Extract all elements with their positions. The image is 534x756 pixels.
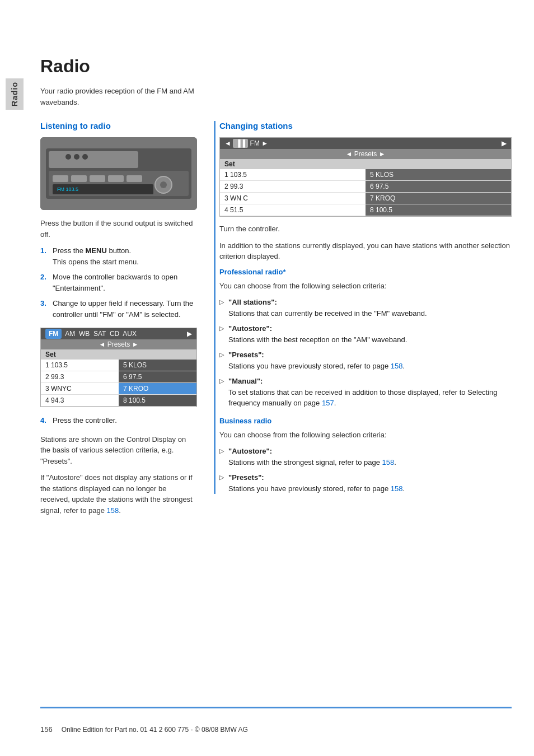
page-title: Radio [40,56,512,77]
page-container: Radio Radio Your radio provides receptio… [0,0,534,756]
radio-presets-1: ◄ Presets ► [41,339,196,349]
step-3-num: 3. [40,298,48,320]
autostore-text: If "Autostore" does not display any stat… [40,472,197,516]
footer-text: Online Edition for Part no. 01 41 2 600 … [62,726,248,734]
tri-icon-bus-1: ▷ [219,446,224,468]
changing-header-text: ◄ ▐▐ FM ► [224,139,268,147]
svg-point-10 [160,181,167,188]
sidebar-label: Radio [10,82,19,106]
pro-label-2: "Autostore": [228,324,272,333]
sidebar: Radio [0,0,29,756]
business-list: ▷ "Autostore": Stations with the stronge… [219,446,512,494]
main-content: Radio Your radio provides reception of t… [29,0,534,756]
bus-content-2: "Presets": Stations you have previously … [228,472,512,494]
press-button-text: Press the button if the sound output is … [40,218,197,240]
autostore-link[interactable]: 158 [107,506,119,515]
svg-rect-7 [108,175,124,182]
bus-item-1: ▷ "Autostore": Stations with the stronge… [219,446,512,468]
right-column: Changing stations ◄ ▐▐ FM ► ▶ ◄ Presets … [214,121,512,521]
svg-point-13 [65,154,71,160]
changing-presets: ◄ Presets ► [220,149,511,159]
pro-content-3: "Presets": Stations you have previously … [228,349,512,371]
pro-label-1: "All stations": [228,298,277,306]
pro-link-3[interactable]: 158 [391,362,403,370]
business-intro: You can choose from the following select… [219,430,512,441]
pro-link-4[interactable]: 157 [322,399,334,407]
ch-row4-col2: 8 100.5 [366,204,511,216]
ch-row3-col1: 3 WN C [220,193,366,204]
ch-row1-col1: 1 103.5 [220,169,366,181]
after-press-text: Stations are shown on the Control Displa… [40,434,197,467]
two-col-layout: Listening to radio [40,121,512,521]
row4-col2: 8 100.5 [119,395,196,407]
intro-text: Your radio provides reception of the FM … [40,86,197,108]
tri-icon-bus-2: ▷ [219,473,224,494]
row4-col1: 4 94.3 [41,395,119,407]
pro-item-3: ▷ "Presets": Stations you have previousl… [219,349,512,371]
ch-row1-col2: 5 KLOS [366,169,511,181]
step-3-content: Change to upper field if necessary. Turn… [53,298,197,320]
pro-item-1: ▷ "All stations": Stations that can curr… [219,297,512,319]
ch-row2-col2: 6 97.5 [366,181,511,193]
bus-link-2[interactable]: 158 [391,484,403,493]
step-2-content: Move the controller backwards to open "E… [53,272,197,293]
right-col-inner: Changing stations ◄ ▐▐ FM ► ▶ ◄ Presets … [214,121,512,494]
changing-rows: 1 103.5 5 KLOS 2 99.3 6 97.5 3 WN C 7 KR… [220,169,511,216]
svg-point-14 [74,154,79,160]
menu-bold: MENU [86,246,107,255]
radio-tabs: FM AM WB SAT CD AUX [45,330,137,338]
listening-heading: Listening to radio [40,121,197,130]
changing-heading: Changing stations [219,121,512,130]
additional-text: In addition to the stations currently di… [219,240,512,262]
row2-col1: 2 99.3 [41,371,119,383]
pro-label-4: "Manual": [228,377,263,385]
steps-list: 1. Press the MENU button. This opens the… [40,245,197,320]
pro-content-1: "All stations": Stations that can curren… [228,297,512,319]
radio-rows-1: 1 103.5 5 KLOS 2 99.3 6 97.5 3 WNYC 7 KR… [41,360,196,407]
car-radio-image: FM 103.5 [40,137,197,210]
svg-rect-6 [90,175,105,182]
ch-row2-col1: 2 99.3 [220,181,366,193]
svg-rect-4 [53,175,68,182]
pro-item-2: ▷ "Autostore": Stations with the best re… [219,323,512,345]
professional-heading: Professional radio* [219,268,512,276]
tri-icon-3: ▷ [219,350,224,371]
row1-col2: 5 KLOS [119,360,196,371]
bus-label-2: "Presets": [228,473,264,482]
svg-text:FM 103.5: FM 103.5 [57,186,78,192]
step-1-content: Press the MENU button. This opens the st… [53,245,197,267]
footer: 156 Online Edition for Part no. 01 41 2 … [40,707,512,734]
radio-header-1: FM AM WB SAT CD AUX ▶ [41,328,196,339]
pro-content-4: "Manual": To set stations that can be re… [228,376,512,409]
page-number: 156 [40,725,53,734]
radio-display-1: FM AM WB SAT CD AUX ▶ ◄ Presets ► Set 1 … [40,328,197,407]
ch-row3-col2: 7 KROQ [366,193,511,204]
svg-rect-2 [49,151,138,168]
pro-content-2: "Autostore": Stations with the best rece… [228,323,512,345]
changing-header: ◄ ▐▐ FM ► ▶ [220,138,511,149]
radio-set-1: Set [41,349,196,360]
pro-item-4: ▷ "Manual": To set stations that can be … [219,376,512,409]
vertical-line [214,121,216,494]
row3-col1: 3 WNYC [41,383,119,395]
radio-icon: ▶ [187,330,192,338]
business-heading: Business radio [219,417,512,425]
changing-header-icon: ▶ [502,139,507,147]
turn-controller-text: Turn the controller. [219,223,512,235]
step-4: 4. Press the controller. [40,415,197,426]
tri-icon-1: ▷ [219,297,224,319]
step-1: 1. Press the MENU button. This opens the… [40,245,197,267]
left-column: Listening to radio [40,121,197,521]
row2-col2: 6 97.5 [119,371,196,383]
bus-link-1[interactable]: 158 [382,458,395,466]
row3-col2: 7 KROO [119,383,196,395]
step-1-num: 1. [40,245,48,267]
professional-list: ▷ "All stations": Stations that can curr… [219,297,512,409]
svg-point-15 [82,154,88,160]
ch-row4-col1: 4 51.5 [220,204,366,216]
pro-label-3: "Presets": [228,351,264,359]
step-4-content: Press the controller. [53,415,197,426]
row1-col1: 1 103.5 [41,360,119,371]
step-4-num: 4. [40,415,48,426]
svg-rect-8 [127,175,142,182]
